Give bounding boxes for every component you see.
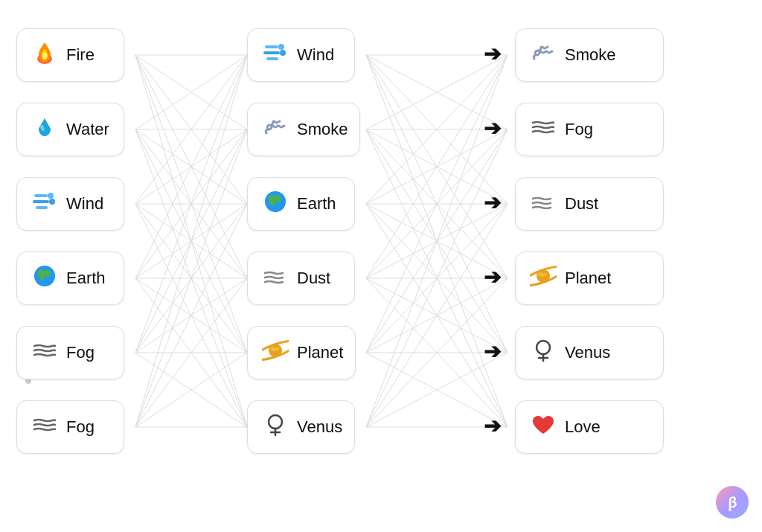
svg-rect-75	[263, 51, 280, 54]
svg-rect-80	[34, 194, 48, 197]
row-1-left-card-label: Fire	[66, 45, 95, 65]
row-5-left-card-label: Fog	[66, 343, 95, 362]
row-5-right-card-label: Venus	[565, 343, 610, 362]
row-5-right-card[interactable]: Venus	[515, 326, 664, 379]
svg-rect-76	[266, 57, 278, 60]
row-1-mid-card[interactable]: Wind	[247, 28, 355, 82]
row-3-mid-card-label: Earth	[297, 194, 336, 214]
svg-point-94	[269, 415, 282, 429]
row-2-left-card-icon	[29, 114, 60, 144]
row-3-left-card-label: Wind	[66, 194, 103, 214]
row-3-left-card[interactable]: Wind	[16, 177, 124, 231]
row-3-right-card-label: Dust	[565, 194, 598, 214]
row-1-left-card[interactable]: Fire	[16, 28, 124, 82]
row-4-left-card-label: Earth	[66, 269, 106, 288]
row-1-mid-card-label: Wind	[297, 45, 334, 65]
row-2-mid-card-icon	[260, 114, 291, 144]
row-5-left-card-icon	[29, 337, 60, 368]
row-1-right-card[interactable]: Smoke	[515, 28, 664, 82]
svg-rect-82	[36, 206, 48, 209]
row-4-mid-card-label: Dust	[297, 269, 330, 288]
row-2-right-card[interactable]: Fog	[515, 103, 664, 156]
row-6-left-card-label: Fog	[66, 417, 95, 437]
row-3-mid-card[interactable]: Earth	[247, 177, 355, 231]
row-6-mid-card-label: Venus	[297, 417, 342, 437]
row-5-mid-card[interactable]: Planet	[247, 326, 356, 379]
row-4-left-card-icon	[29, 263, 60, 293]
row-4-right-card-label: Planet	[565, 269, 611, 288]
row-6-mid-card-icon	[260, 411, 291, 442]
svg-rect-81	[33, 200, 49, 203]
svg-point-78	[280, 50, 286, 56]
row-4-right-card-icon	[528, 263, 559, 293]
row-1-right-card-icon	[528, 39, 559, 70]
row-6-right-card-icon	[528, 411, 559, 442]
row-3-right-card[interactable]: Dust	[515, 177, 664, 231]
row-2-arrow: ➔	[484, 116, 501, 141]
row-5-arrow: ➔	[484, 339, 501, 364]
row-5-mid-card-icon	[260, 337, 291, 368]
row-2-mid-card[interactable]: Smoke	[247, 103, 360, 156]
row-2-left-card-label: Water	[66, 120, 109, 139]
row-5-left-card[interactable]: Fog	[16, 326, 124, 379]
row-2-right-card-label: Fog	[565, 120, 593, 139]
row-4-left-card[interactable]: Earth	[16, 251, 124, 305]
main-container: Fire Wind➔ Smoke Water Smoke➔ Fog Wi	[0, 0, 762, 532]
row-6-arrow: ➔	[484, 414, 501, 438]
grid-area: Fire Wind➔ Smoke Water Smoke➔ Fog Wi	[16, 13, 746, 519]
svg-point-91	[537, 341, 550, 354]
svg-point-83	[48, 193, 54, 199]
row-2-right-card-icon	[528, 114, 559, 144]
row-3-mid-card-icon	[260, 188, 291, 219]
row-6-mid-card[interactable]: Venus	[247, 400, 355, 454]
row-4-right-card[interactable]: Planet	[515, 251, 664, 305]
row-1-right-card-label: Smoke	[565, 45, 615, 65]
row-1-mid-card-icon	[260, 39, 291, 70]
row-6-left-card-icon	[29, 411, 60, 442]
row-3-arrow: ➔	[484, 190, 501, 215]
row-4-arrow: ➔	[484, 265, 501, 289]
row-3-left-card-icon	[29, 188, 60, 219]
row-6-right-card[interactable]: Love	[515, 400, 664, 454]
rows-container: Fire Wind➔ Smoke Water Smoke➔ Fog Wi	[16, 13, 746, 519]
row-6-right-card-label: Love	[565, 417, 601, 437]
row-5-mid-card-label: Planet	[297, 343, 343, 362]
svg-point-84	[49, 199, 55, 205]
row-4-mid-card[interactable]: Dust	[247, 251, 355, 305]
row-2-mid-card-label: Smoke	[297, 120, 348, 139]
row-4-mid-card-icon	[260, 263, 291, 293]
row-2-left-card[interactable]: Water	[16, 103, 124, 156]
svg-point-77	[278, 44, 284, 50]
svg-point-73	[42, 53, 48, 59]
row-5-right-card-icon	[528, 337, 559, 368]
row-1-left-card-icon	[29, 39, 60, 70]
svg-rect-74	[265, 45, 278, 48]
row-3-right-card-icon	[528, 188, 559, 219]
row-6-left-card[interactable]: Fog	[16, 400, 124, 454]
row-1-arrow: ➔	[484, 42, 501, 66]
